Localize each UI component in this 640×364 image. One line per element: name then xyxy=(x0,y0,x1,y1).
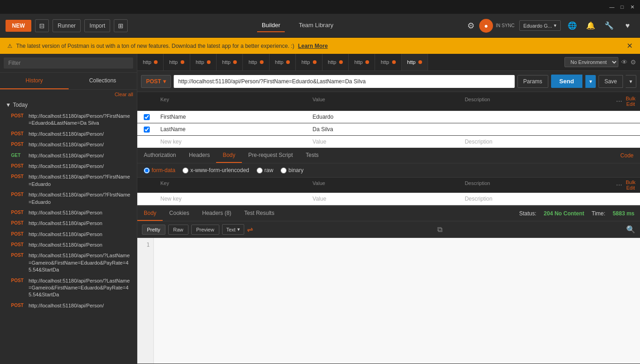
env-settings-button[interactable]: ⚙ xyxy=(630,58,636,66)
clear-all-button[interactable]: Clear all xyxy=(115,92,133,97)
user-menu[interactable]: Eduardo G... ▾ xyxy=(519,20,561,31)
method-select[interactable]: POST ▾ xyxy=(141,75,171,88)
globe-icon[interactable]: 🌐 xyxy=(565,19,579,33)
radio-form-data[interactable]: form-data xyxy=(144,167,175,173)
list-item[interactable]: POST http://localhost:51180/api/Person xyxy=(0,218,137,229)
list-item[interactable]: POST http://localhost:51180/api/Person/ xyxy=(0,129,137,139)
learn-more-link[interactable]: Learn More xyxy=(298,43,328,49)
maximize-button[interactable]: □ xyxy=(619,4,625,10)
env-eye-button[interactable]: 👁 xyxy=(621,58,628,66)
param-value-new[interactable]: Value xyxy=(308,136,460,148)
banner-close-button[interactable]: ✕ xyxy=(627,41,633,50)
param-check-2[interactable] xyxy=(137,124,156,135)
body-bulk-edit-button[interactable]: Bulk Edit xyxy=(625,179,636,191)
save-button[interactable]: Save xyxy=(599,75,623,88)
tab-body[interactable]: Body xyxy=(216,148,241,163)
http-tab[interactable]: http xyxy=(270,54,296,70)
http-tab[interactable]: http xyxy=(323,54,349,70)
http-tab-active[interactable]: http xyxy=(402,54,428,70)
list-item[interactable]: GET http://localhost:51180/api/Person/ xyxy=(0,150,137,161)
param-desc-2[interactable] xyxy=(460,127,612,132)
list-item[interactable]: POST http://localhost:51180/api/Person/?… xyxy=(0,172,137,190)
tab-team-library[interactable]: Team Library xyxy=(294,19,338,32)
runner-button[interactable]: Runner xyxy=(53,19,81,32)
radio-raw-input[interactable] xyxy=(257,168,263,173)
new-button[interactable]: NEW xyxy=(6,20,31,32)
code-button[interactable]: Code xyxy=(614,149,640,162)
environment-select[interactable]: No Environment xyxy=(564,57,618,67)
bell-icon[interactable]: 🔔 xyxy=(584,19,598,33)
settings-icon[interactable]: ⚙ xyxy=(467,21,475,31)
param-key-1[interactable]: FirstName xyxy=(156,111,308,123)
body-key-new[interactable]: New key xyxy=(156,193,308,205)
list-item[interactable]: POST http://localhost:51180/api/Person/ xyxy=(0,300,137,311)
list-item[interactable]: POST http://localhost:51180/api/Person/?… xyxy=(0,250,137,275)
list-item[interactable]: POST http://localhost:51180/api/Person xyxy=(0,208,137,218)
param-desc-new[interactable]: Description xyxy=(460,136,612,148)
param-key-2[interactable]: LastName xyxy=(156,123,308,135)
wrench-icon[interactable]: 🔧 xyxy=(602,19,616,33)
filter-input[interactable] xyxy=(4,58,133,69)
tab-pre-request-script[interactable]: Pre-request Script xyxy=(242,148,299,163)
tab-builder[interactable]: Builder xyxy=(257,19,285,32)
send-button[interactable]: Send xyxy=(551,75,582,88)
save-dropdown-button[interactable]: ▾ xyxy=(626,75,636,88)
close-button[interactable]: ✕ xyxy=(629,4,635,10)
param-value-1[interactable]: Eduardo xyxy=(308,111,460,123)
http-tab[interactable]: http xyxy=(137,54,164,70)
list-item[interactable]: POST http://localhost:51180/api/Person xyxy=(0,229,137,240)
http-tab[interactable]: http xyxy=(164,54,190,70)
url-input[interactable] xyxy=(174,75,515,88)
search-button[interactable]: 🔍 xyxy=(626,225,635,234)
param-value-2[interactable]: Da Silva xyxy=(308,123,460,135)
heart-icon[interactable]: ♥ xyxy=(621,19,634,33)
param-key-new[interactable]: New key xyxy=(156,136,308,148)
list-item[interactable]: POST http://localhost:51180/api/Person/?… xyxy=(0,276,137,300)
http-tab[interactable]: http xyxy=(217,54,243,70)
history-tab[interactable]: History xyxy=(0,73,69,89)
layout-icon[interactable]: ⊟ xyxy=(35,19,49,32)
http-tab[interactable]: http xyxy=(349,54,375,70)
http-tab[interactable]: http xyxy=(190,54,217,70)
body-desc-new[interactable]: Description xyxy=(460,193,612,205)
resp-tab-headers[interactable]: Headers (8) xyxy=(196,206,238,221)
radio-urlencoded-input[interactable] xyxy=(182,168,188,173)
param-desc-1[interactable] xyxy=(460,114,612,120)
param-checkbox-2[interactable] xyxy=(144,127,150,133)
resp-tab-body[interactable]: Body xyxy=(137,206,163,221)
list-item[interactable]: POST http://localhost:51180/api/Person/?… xyxy=(0,190,137,208)
radio-binary[interactable]: binary xyxy=(281,167,304,173)
params-bulk-edit-button[interactable]: Bulk Edit xyxy=(625,96,636,107)
list-item[interactable]: POST http://localhost:51180/api/Person/?… xyxy=(0,111,137,129)
resp-tab-cookies[interactable]: Cookies xyxy=(163,206,195,221)
body-value-new[interactable]: Value xyxy=(308,193,460,205)
format-dropdown[interactable]: Text ▾ xyxy=(222,224,244,235)
import-button[interactable]: Import xyxy=(84,19,110,32)
tab-tests[interactable]: Tests xyxy=(299,148,325,163)
list-item[interactable]: POST http://localhost:51180/api/Person/ xyxy=(0,161,137,172)
list-item[interactable]: POST http://localhost:51180/api/Person/ xyxy=(0,139,137,150)
resp-tab-test-results[interactable]: Test Results xyxy=(238,206,281,221)
radio-binary-input[interactable] xyxy=(281,168,287,173)
collections-tab[interactable]: Collections xyxy=(69,73,137,89)
minimize-button[interactable]: — xyxy=(609,4,615,10)
send-dropdown-button[interactable]: ▾ xyxy=(585,75,596,88)
tab-headers[interactable]: Headers xyxy=(182,148,216,163)
params-more-button[interactable]: ··· xyxy=(616,97,622,105)
list-item[interactable]: POST http://localhost:51180/api/Person xyxy=(0,240,137,250)
copy-button[interactable]: ⧉ xyxy=(437,225,442,234)
radio-urlencoded[interactable]: x-www-form-urlencoded xyxy=(182,167,249,173)
http-tab[interactable]: http xyxy=(296,54,322,70)
tab-authorization[interactable]: Authorization xyxy=(137,148,182,163)
wrap-button[interactable]: ⇌ xyxy=(247,225,253,234)
http-tab[interactable]: http xyxy=(243,54,269,70)
radio-raw[interactable]: raw xyxy=(257,167,273,173)
body-more-button[interactable]: ··· xyxy=(616,181,622,189)
http-tab[interactable]: http xyxy=(375,54,401,70)
radio-form-data-input[interactable] xyxy=(144,168,150,173)
preview-button[interactable]: Preview xyxy=(191,225,219,235)
new-tab-button[interactable]: ⊞ xyxy=(114,19,128,32)
raw-button[interactable]: Raw xyxy=(168,225,188,235)
param-check-1[interactable] xyxy=(137,111,156,123)
pretty-button[interactable]: Pretty xyxy=(142,225,165,235)
